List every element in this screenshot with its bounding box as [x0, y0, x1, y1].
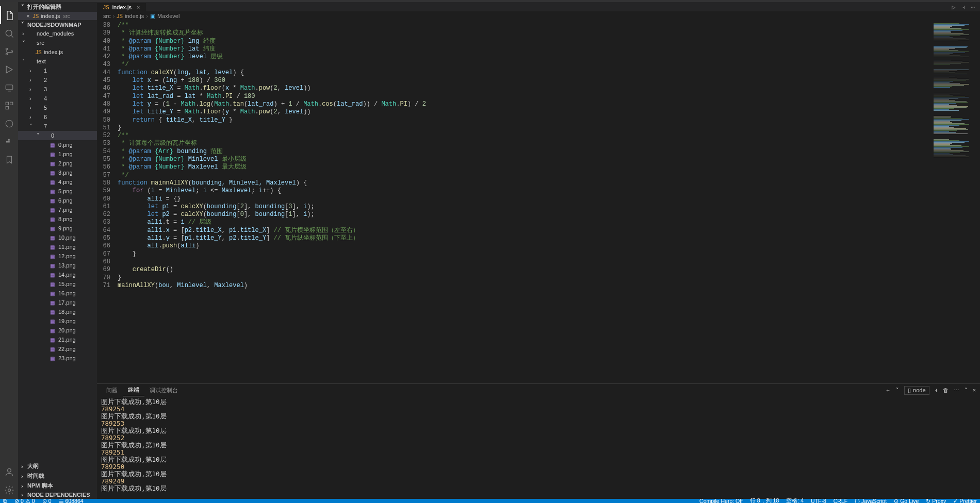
tree-row[interactable]: ˅src [18, 38, 97, 47]
more-icon[interactable]: ⋯ [954, 387, 959, 394]
split-terminal-icon[interactable]: ⫞ [935, 387, 938, 393]
bookmark-icon[interactable] [0, 150, 18, 169]
tree-row[interactable]: ▦5.png [18, 187, 97, 196]
tree-row[interactable]: ▦14.png [18, 270, 97, 279]
remote-icon[interactable] [0, 78, 18, 96]
tree-row[interactable]: ›1 [18, 66, 97, 75]
terminal-output[interactable]: 图片下载成功,第10层789254图片下载成功,第10层789253图片下载成功… [97, 396, 980, 499]
close-icon[interactable]: × [137, 4, 140, 10]
project-header[interactable]: ˅NODEJSDOWNMAP [18, 20, 97, 29]
indentation-status[interactable]: 空格: 4 [786, 497, 804, 503]
account-icon[interactable] [0, 463, 18, 481]
golive-status[interactable]: ⊙ Go Live [894, 497, 919, 503]
tree-row[interactable]: ▦21.png [18, 335, 97, 344]
proxy-status[interactable]: ↻ Proxy [926, 497, 946, 503]
tree-row[interactable]: ›6 [18, 112, 97, 122]
tree-row[interactable]: ▦22.png [18, 344, 97, 354]
tab-problems[interactable]: 问题 [101, 384, 123, 396]
trash-icon[interactable]: 🗑 [943, 387, 949, 393]
tree-row[interactable]: ›2 [18, 75, 97, 85]
json-icon[interactable] [0, 114, 18, 132]
tree-row[interactable]: ▦6.png [18, 196, 97, 205]
svg-rect-8 [6, 102, 8, 105]
extensions-icon[interactable] [0, 96, 18, 114]
code-content[interactable]: /** * 计算经纬度转换成瓦片坐标 * @param {Number} lng… [118, 21, 931, 383]
tree-row[interactable]: ▦1.png [18, 149, 97, 159]
tree-row[interactable]: ▦7.png [18, 205, 97, 214]
minimap[interactable] [931, 21, 980, 383]
svg-rect-10 [6, 106, 8, 109]
tree-row[interactable]: ▦2.png [18, 159, 97, 168]
tab-debug[interactable]: 调试控制台 [144, 384, 183, 396]
tree-row[interactable]: JSindex.js [18, 47, 97, 57]
tree-row[interactable]: ▦23.png [18, 354, 97, 363]
terminal-selector[interactable]: ▯ node [904, 386, 929, 395]
tree-row[interactable]: ▦12.png [18, 252, 97, 261]
tree-row[interactable]: ▦16.png [18, 289, 97, 298]
close-panel-icon[interactable]: × [973, 387, 976, 393]
close-icon[interactable]: × [26, 13, 29, 19]
tree-row[interactable]: ▦11.png [18, 242, 97, 252]
tab-terminal[interactable]: 终端 [123, 384, 144, 396]
breadcrumb-part[interactable]: src [103, 13, 111, 19]
language-status[interactable]: { } JavaScript [855, 497, 887, 503]
timeline-header[interactable]: ›时间线 [18, 471, 97, 481]
breadcrumb-part[interactable]: index.js [125, 13, 144, 19]
chevron-right-icon: › [113, 13, 115, 19]
tree-row[interactable]: ▦18.png [18, 307, 97, 316]
encoding-status[interactable]: UTF-8 [811, 497, 826, 503]
count-status[interactable]: ☰ 608864 [59, 498, 84, 503]
remote-status[interactable]: ⧉ [3, 498, 7, 504]
open-editors-header[interactable]: ˅打开的编辑器 [18, 2, 97, 12]
tree-row[interactable]: ▦3.png [18, 168, 97, 177]
editor-body[interactable]: 38 39 40 41 42 43 44 45 46 47 48 49 50 5… [97, 21, 980, 383]
explorer-icon[interactable] [0, 6, 18, 24]
tree-row[interactable]: ▦9.png [18, 224, 97, 233]
dropdown-icon[interactable]: ˅ [896, 387, 899, 394]
tree-row[interactable]: ▦13.png [18, 261, 97, 270]
tree-row[interactable]: ▦4.png [18, 177, 97, 187]
debug-icon[interactable] [0, 60, 18, 78]
tree-row[interactable]: ▦10.png [18, 233, 97, 242]
errors-status[interactable]: ⊘ 0 ⚠ 0 [14, 498, 35, 503]
tree-row[interactable]: ▦19.png [18, 316, 97, 326]
port-status[interactable]: ⊙ 0 [42, 498, 52, 503]
tree-row[interactable]: ›5 [18, 103, 97, 112]
svg-line-1 [11, 35, 13, 37]
maximize-icon[interactable]: ˄ [965, 387, 968, 394]
tab-indexjs[interactable]: JS index.js × [97, 3, 146, 11]
prettier-status[interactable]: ✓ Prettier [953, 497, 977, 503]
js-icon: JS [32, 13, 39, 19]
sidebar: ˅打开的编辑器 × JS index.js src ˅NODEJSDOWNMAP… [18, 2, 97, 499]
tree-row[interactable]: ▦8.png [18, 214, 97, 224]
symbol-icon: ▣ [150, 13, 155, 20]
eol-status[interactable]: CRLF [834, 497, 847, 503]
tree-row[interactable]: ›node_modules [18, 29, 97, 38]
breadcrumbs[interactable]: src › JS index.js › ▣ Maxlevel [97, 11, 980, 21]
tree-row[interactable]: ˅0 [18, 131, 97, 140]
tree-row[interactable]: ▦17.png [18, 298, 97, 307]
breadcrumb-part[interactable]: Maxlevel [157, 13, 179, 19]
split-icon[interactable]: ⫞ [962, 4, 965, 11]
cursor-position[interactable]: 行 8，列 18 [750, 497, 779, 503]
more-icon[interactable]: ⋯ [971, 4, 975, 11]
tree-row[interactable]: ˅7 [18, 122, 97, 131]
bottom-panel: 问题 终端 调试控制台 ＋ ˅ ▯ node ⫞ 🗑 ⋯ ˄ × 图片下 [97, 383, 980, 499]
tree-row[interactable]: ›3 [18, 85, 97, 94]
open-editor-name: index.js [41, 13, 60, 19]
add-terminal-icon[interactable]: ＋ [885, 387, 891, 394]
tree-row[interactable]: ˅text [18, 57, 97, 66]
tree-row[interactable]: ›4 [18, 94, 97, 103]
docker-icon[interactable] [0, 132, 18, 150]
search-icon[interactable] [0, 24, 18, 42]
outline-header[interactable]: ›大纲 [18, 461, 97, 471]
tree-row[interactable]: ▦20.png [18, 326, 97, 335]
tree-row[interactable]: ▦0.png [18, 140, 97, 149]
settings-icon[interactable] [0, 481, 18, 499]
source-control-icon[interactable] [0, 42, 18, 60]
run-icon[interactable]: ▷ [952, 4, 956, 11]
open-editor-item[interactable]: × JS index.js src [18, 12, 97, 20]
tree-row[interactable]: ▦15.png [18, 279, 97, 289]
npm-header[interactable]: ›NPM 脚本 [18, 481, 97, 491]
compile-hero-status[interactable]: Compile Hero: Off [699, 497, 743, 503]
